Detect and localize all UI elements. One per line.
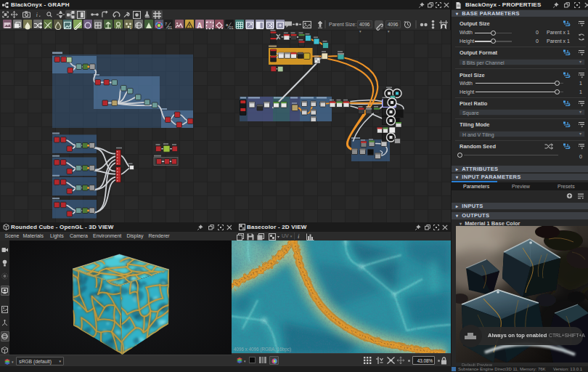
- svg-text:01: 01: [168, 25, 172, 30]
- svg-text:7: 7: [165, 22, 167, 26]
- svg-text:01: 01: [229, 25, 234, 30]
- svg-text:i: i: [36, 11, 38, 17]
- svg-text:A: A: [197, 22, 202, 30]
- svg-text:1: 1: [129, 25, 131, 30]
- svg-text:a: a: [226, 23, 229, 27]
